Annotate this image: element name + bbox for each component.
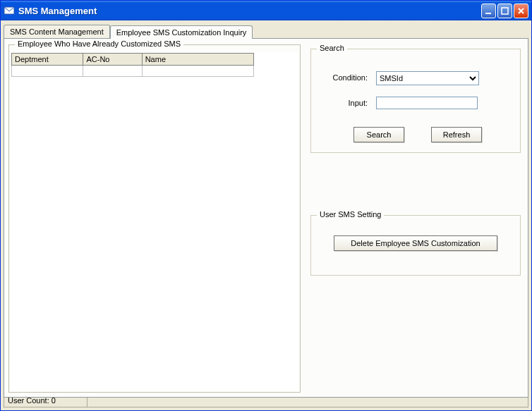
refresh-button[interactable]: Refresh	[431, 127, 482, 142]
cell-name	[142, 66, 253, 77]
condition-select[interactable]: SMSId	[376, 71, 479, 85]
user-sms-legend: User SMS Setting	[317, 210, 384, 219]
employee-table-container: Deptment AC-No Name	[11, 52, 298, 391]
tab-employee-sms-inquiry[interactable]: Employee SMS Customization Inquiry	[110, 25, 253, 39]
employee-list-group: Employee Who Have Already Customized SMS…	[8, 44, 301, 393]
close-button[interactable]	[514, 4, 528, 18]
cell-ac-no	[83, 66, 142, 77]
minimize-button[interactable]	[481, 4, 496, 18]
client-area: SMS Content Management Employee SMS Cust…	[1, 20, 531, 410]
user-sms-setting-group: User SMS Setting Delete Employee SMS Cus…	[310, 215, 521, 276]
tab-strip: SMS Content Management Employee SMS Cust…	[4, 23, 528, 38]
window-title: SMS Management	[18, 6, 481, 16]
input-label: Input:	[325, 99, 368, 107]
maximize-button[interactable]	[497, 4, 512, 18]
cell-department	[12, 66, 83, 77]
tab-label: Employee SMS Customization Inquiry	[116, 28, 247, 37]
svg-rect-1	[485, 13, 491, 14]
search-legend: Search	[317, 44, 347, 52]
envelope-icon	[4, 5, 15, 16]
svg-rect-2	[502, 8, 508, 14]
delete-customization-button[interactable]: Delete Employee SMS Customization	[334, 235, 497, 251]
search-button[interactable]: Search	[353, 127, 404, 142]
tab-label: SMS Content Management	[10, 27, 104, 36]
employee-table: Deptment AC-No Name	[11, 53, 254, 77]
col-name[interactable]: Name	[142, 54, 253, 66]
condition-label: Condition:	[325, 73, 368, 82]
titlebar: SMS Management	[1, 1, 531, 20]
table-row[interactable]	[12, 66, 254, 77]
search-group: Search Condition: SMSId Input: Search Re…	[310, 49, 521, 153]
employee-list-legend: Employee Who Have Already Customized SMS	[15, 39, 183, 48]
search-input[interactable]	[376, 97, 478, 109]
tab-sms-content-management[interactable]: SMS Content Management	[4, 25, 110, 38]
col-ac-no[interactable]: AC-No	[83, 54, 142, 66]
col-department[interactable]: Deptment	[12, 54, 83, 66]
tab-panel: Employee Who Have Already Customized SMS…	[4, 38, 528, 398]
